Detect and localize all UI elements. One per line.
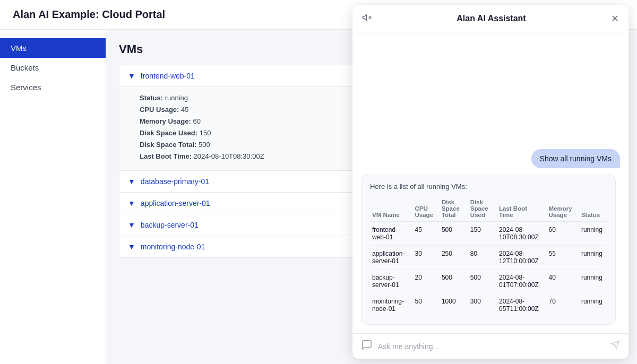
sidebar-item-services[interactable]: Services [0, 77, 106, 97]
cell-memory: 40 [547, 270, 579, 293]
sidebar-item-vms[interactable]: VMs [0, 38, 106, 58]
ai-panel: Alan AI Assistant ✕ Show all running VMs… [352, 5, 629, 359]
chat-input[interactable] [378, 342, 605, 351]
ai-input-area [352, 333, 629, 359]
svg-marker-0 [363, 15, 367, 21]
send-button[interactable] [610, 340, 620, 352]
table-row: backup-server-01 20 500 500 2024-08-01T0… [370, 270, 607, 293]
table-row: monitoring-node-01 50 1000 300 2024-08-0… [370, 293, 607, 317]
cell-vmname: backup-server-01 [370, 270, 413, 293]
col-header-lastboot: Last Boot Time [497, 196, 546, 222]
ai-panel-title: Alan AI Assistant [372, 14, 611, 23]
cell-vmname: frontend-web-01 [370, 222, 413, 246]
cell-lastboot: 2024-08-10T08:30:00Z [497, 222, 546, 246]
chevron-down-icon: ▼ [128, 199, 135, 207]
user-message-text: Show all running VMs [540, 154, 612, 163]
cell-disktotal: 250 [440, 246, 468, 270]
cell-vmname: monitoring-node-01 [370, 293, 413, 317]
chevron-down-icon: ▼ [128, 177, 135, 186]
chat-icon [361, 339, 373, 353]
cell-status: running [579, 293, 607, 317]
vm-name-frontend: frontend-web-01 [141, 72, 195, 80]
col-header-cpu: CPU Usage [413, 196, 440, 222]
vm-name-application: application-server-01 [141, 199, 210, 207]
user-message-bubble: Show all running VMs [531, 149, 620, 168]
cell-lastboot: 2024-08-01T07:00:00Z [497, 270, 546, 293]
cell-lastboot: 2024-08-12T10:00:00Z [497, 246, 546, 270]
cell-disktotal: 500 [440, 222, 468, 246]
cell-diskused: 500 [468, 270, 497, 293]
cell-disktotal: 500 [440, 270, 468, 293]
cell-cpu: 20 [413, 270, 440, 293]
mute-button[interactable] [362, 13, 372, 24]
bot-message: Here is a list of all running VMs: VM Na… [361, 175, 616, 325]
col-header-diskused: Disk Space Used [468, 196, 497, 222]
vm-name-backup: backup-server-01 [141, 221, 199, 229]
bot-intro-text: Here is a list of all running VMs: [370, 183, 607, 190]
vm-name-monitoring: monitoring-node-01 [141, 242, 205, 251]
col-header-memory: Memory Usage [547, 196, 579, 222]
sidebar: VMs Buckets Services [0, 30, 106, 364]
table-row: application-server-01 30 250 80 2024-08-… [370, 246, 607, 270]
cell-disktotal: 1000 [440, 293, 468, 317]
cell-status: running [579, 270, 607, 293]
vm-results-table: VM Name CPU Usage Disk Space Total Disk … [370, 196, 607, 317]
chevron-down-icon: ▼ [128, 72, 135, 80]
cell-cpu: 30 [413, 246, 440, 270]
cell-memory: 60 [547, 222, 579, 246]
cell-status: running [579, 246, 607, 270]
chevron-down-icon: ▼ [128, 221, 135, 229]
cell-lastboot: 2024-08-05T11:00:00Z [497, 293, 546, 317]
sidebar-item-buckets[interactable]: Buckets [0, 58, 106, 77]
cell-cpu: 50 [413, 293, 440, 317]
ai-header: Alan AI Assistant ✕ [352, 5, 629, 32]
cell-diskused: 300 [468, 293, 497, 317]
ai-messages: Show all running VMs Here is a list of a… [352, 32, 629, 333]
cell-status: running [579, 222, 607, 246]
vm-name-database: database-primary-01 [141, 177, 209, 186]
chevron-down-icon: ▼ [128, 242, 135, 251]
cell-cpu: 45 [413, 222, 440, 246]
col-header-disktotal: Disk Space Total [440, 196, 468, 222]
cell-memory: 70 [547, 293, 579, 317]
cell-diskused: 150 [468, 222, 497, 246]
table-row: frontend-web-01 45 500 150 2024-08-10T08… [370, 222, 607, 246]
cell-diskused: 80 [468, 246, 497, 270]
cell-vmname: application-server-01 [370, 246, 413, 270]
app-title: Alan AI Example: Cloud Portal [13, 8, 165, 20]
col-header-status: Status [579, 196, 607, 222]
close-button[interactable]: ✕ [611, 14, 619, 23]
cell-memory: 55 [547, 246, 579, 270]
col-header-vmname: VM Name [370, 196, 413, 222]
